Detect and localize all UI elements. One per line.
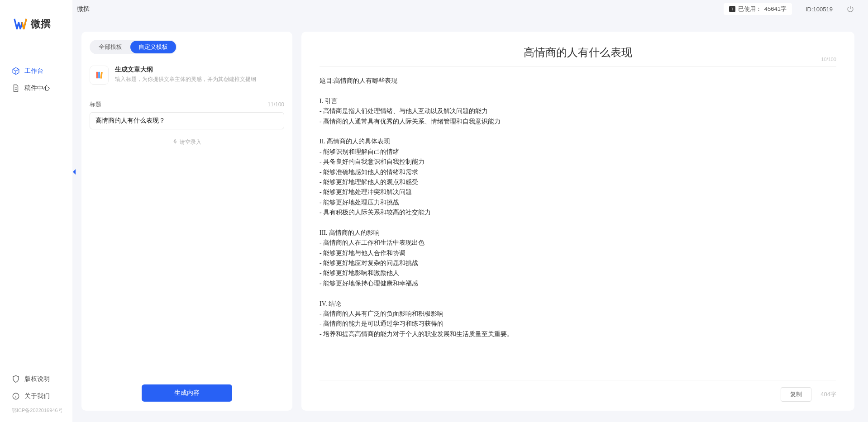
logo: 微撰	[0, 0, 72, 40]
shield-icon	[12, 375, 20, 383]
output-header: 高情商的人有什么表现 10/100	[320, 45, 836, 67]
usage-label: 已使用：	[738, 5, 762, 13]
output-footer: 复制 404字	[320, 380, 836, 402]
template-tabs: 全部模板 自定义模板	[90, 40, 177, 54]
tab-all-templates[interactable]: 全部模板	[91, 41, 130, 53]
top-header: 微撰 T 已使用：45641字 ID:100519	[72, 0, 868, 18]
title-input[interactable]	[90, 112, 284, 129]
char-count: 11/100	[267, 101, 284, 108]
output-panel: 高情商的人有什么表现 10/100 题目:高情商的人有哪些表现 I. 引言- 高…	[301, 32, 854, 411]
output-title: 高情商的人有什么表现	[524, 45, 632, 60]
generate-button[interactable]: 生成内容	[142, 384, 232, 402]
text-icon: T	[729, 6, 735, 12]
svg-rect-2	[98, 72, 100, 79]
sidebar: 微撰 工作台	[0, 0, 72, 422]
nav-item-workbench[interactable]: 工作台	[0, 62, 72, 80]
spacer	[90, 146, 284, 384]
output-title-counter: 10/100	[821, 57, 836, 62]
main-area: 微撰 T 已使用：45641字 ID:100519	[72, 0, 868, 422]
nav-item-about[interactable]: 关于我们	[0, 388, 72, 405]
books-icon	[90, 66, 109, 85]
form-section: 标题 11/100 请空录入	[90, 100, 284, 146]
collapse-sidebar-button[interactable]	[72, 167, 77, 176]
usage-badge[interactable]: T 已使用：45641字	[724, 3, 792, 15]
template-info: 生成文章大纲 输入标题，为你提供文章主体的灵感，并为其创建推文提纲	[115, 66, 284, 83]
content-panels: 全部模板 自定义模板 生成文章大纲 输入标题，为你提供文章主体的灵感，	[72, 18, 868, 422]
nav-item-copyright[interactable]: 版权说明	[0, 370, 72, 388]
nav-label: 版权说明	[24, 375, 50, 383]
copy-button[interactable]: 复制	[781, 387, 811, 402]
info-icon	[12, 392, 20, 400]
header-right: T 已使用：45641字 ID:100519	[724, 3, 854, 15]
cube-icon	[12, 67, 20, 75]
title-label: 标题	[90, 100, 101, 109]
nav-label: 工作台	[24, 67, 43, 75]
sidebar-nav: 工作台 稿件中心	[0, 62, 72, 370]
logo-text: 微撰	[31, 17, 51, 31]
form-label-row: 标题 11/100	[90, 100, 284, 109]
output-content[interactable]: 题目:高情商的人有哪些表现 I. 引言- 高情商是指人们处理情绪、与他人互动以及…	[320, 76, 836, 380]
user-id: ID:100519	[806, 6, 833, 13]
input-panel: 全部模板 自定义模板 生成文章大纲 输入标题，为你提供文章主体的灵感，	[81, 32, 292, 411]
template-desc: 输入标题，为你提供文章主体的灵感，并为其创建推文提纲	[115, 76, 284, 83]
voice-hint-text: 请空录入	[180, 138, 201, 146]
logo-icon	[14, 17, 27, 31]
word-count: 404字	[820, 390, 836, 398]
sidebar-bottom: 版权说明 关于我们 鄂ICP备2022016946号	[0, 370, 72, 422]
template-card: 生成文章大纲 输入标题，为你提供文章主体的灵感，并为其创建推文提纲	[90, 66, 284, 85]
template-title: 生成文章大纲	[115, 66, 284, 74]
nav-label: 关于我们	[24, 392, 50, 400]
svg-rect-3	[100, 72, 103, 79]
svg-rect-4	[175, 140, 176, 142]
voice-input-link[interactable]: 请空录入	[90, 138, 284, 146]
document-icon	[12, 84, 20, 92]
mic-icon	[172, 139, 178, 146]
tab-custom-templates[interactable]: 自定义模板	[130, 41, 176, 53]
svg-rect-1	[96, 72, 98, 79]
power-icon[interactable]	[846, 5, 854, 13]
nav-item-drafts[interactable]: 稿件中心	[0, 80, 72, 97]
nav-label: 稿件中心	[24, 84, 50, 92]
icp-footer: 鄂ICP备2022016946号	[0, 405, 72, 417]
header-title: 微撰	[77, 5, 90, 13]
usage-value: 45641字	[764, 5, 787, 13]
